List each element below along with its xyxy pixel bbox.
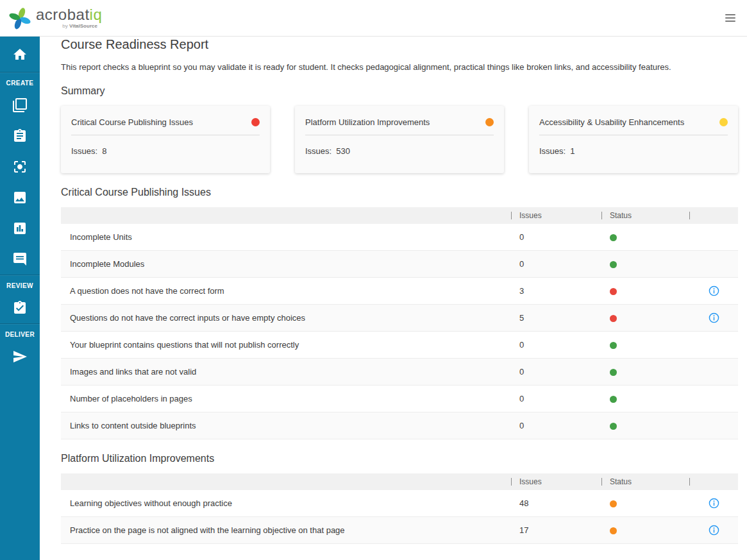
status-cell bbox=[601, 394, 689, 403]
column-header: Issues bbox=[519, 477, 542, 486]
issues-table: IssuesStatusIncomplete Units0Incomplete … bbox=[61, 207, 738, 439]
sidebar-group-review: REVIEW bbox=[0, 275, 40, 293]
info-cell bbox=[689, 525, 738, 536]
table-body: Incomplete Units0Incomplete Modules0A qu… bbox=[61, 224, 738, 439]
status-cell bbox=[601, 259, 689, 269]
column-divider bbox=[511, 212, 512, 219]
issue-count: 3 bbox=[511, 286, 601, 296]
info-icon[interactable] bbox=[709, 312, 719, 323]
status-dot bbox=[610, 500, 617, 507]
sidebar-item-assignments[interactable] bbox=[0, 121, 40, 151]
status-dot bbox=[610, 396, 617, 403]
table-row: Learning objectives without enough pract… bbox=[61, 490, 738, 517]
table-row: Your blueprint contains questions that w… bbox=[61, 332, 738, 359]
status-dot bbox=[485, 118, 494, 126]
pinwheel-logo-icon bbox=[6, 4, 33, 31]
sidebar-item-analytics[interactable] bbox=[0, 213, 40, 244]
issues-count: 530 bbox=[336, 146, 350, 156]
issue-count: 17 bbox=[511, 525, 601, 535]
brand-wordmark: acrobatiq by VitalSource bbox=[36, 7, 102, 29]
status-cell bbox=[601, 340, 689, 350]
column-header: Status bbox=[610, 211, 632, 220]
issue-count: 0 bbox=[511, 421, 601, 430]
acrobatiq-logo: acrobatiq by VitalSource bbox=[6, 4, 102, 31]
info-cell bbox=[689, 498, 738, 509]
sidebar-item-focus[interactable] bbox=[0, 151, 40, 182]
summary-card: Platform Utilization ImprovementsIssues:… bbox=[295, 106, 504, 173]
section-heading: Critical Course Publishing Issues bbox=[61, 186, 738, 198]
status-cell bbox=[601, 525, 689, 535]
status-cell bbox=[601, 286, 689, 296]
page-title: Course Readiness Report bbox=[61, 37, 738, 52]
card-divider bbox=[71, 135, 260, 135]
issue-label: A question does not have the correct for… bbox=[61, 286, 511, 296]
sidebar-item-comments[interactable] bbox=[0, 244, 40, 275]
issue-label: Learning objectives without enough pract… bbox=[61, 498, 511, 508]
column-divider bbox=[601, 212, 602, 219]
table-body: Learning objectives without enough pract… bbox=[61, 490, 738, 544]
info-icon[interactable] bbox=[709, 285, 719, 296]
summary-cards: Critical Course Publishing IssuesIssues:… bbox=[61, 106, 738, 173]
status-cell bbox=[601, 232, 689, 242]
status-dot bbox=[610, 527, 617, 534]
top-header: acrobatiq by VitalSource bbox=[0, 0, 747, 37]
issues-label: Issues: bbox=[305, 146, 332, 156]
issue-count: 0 bbox=[511, 259, 601, 269]
pages-icon bbox=[12, 98, 28, 113]
clipboard-check-icon bbox=[12, 300, 28, 316]
table-row: Links to content outside blueprints0 bbox=[61, 412, 738, 439]
menu-hamburger-icon[interactable] bbox=[725, 14, 735, 22]
sidebar-item-review-checklist[interactable] bbox=[0, 293, 40, 323]
status-dot bbox=[610, 423, 617, 430]
card-issues: Issues:530 bbox=[305, 146, 494, 156]
table-row: Incomplete Modules0 bbox=[61, 251, 738, 278]
status-dot bbox=[610, 369, 617, 376]
card-title: Accessibility & Usability Enhancements bbox=[539, 117, 684, 127]
sidebar-item-pages[interactable] bbox=[0, 90, 40, 121]
issue-label: Incomplete Units bbox=[61, 232, 511, 242]
column-header: Issues bbox=[519, 211, 542, 220]
sidebar-item-deliver[interactable] bbox=[0, 341, 40, 372]
card-issues: Issues:1 bbox=[539, 146, 728, 156]
table-header-row: IssuesStatus bbox=[61, 207, 738, 224]
issue-count: 5 bbox=[511, 313, 601, 323]
card-title: Platform Utilization Improvements bbox=[305, 117, 430, 127]
issue-count: 0 bbox=[511, 232, 601, 242]
page-description: This report checks a blueprint so you ma… bbox=[61, 62, 738, 72]
issue-label: Links to content outside blueprints bbox=[61, 421, 511, 430]
status-dot bbox=[610, 261, 617, 268]
info-cell bbox=[689, 285, 738, 296]
card-header: Critical Course Publishing Issues bbox=[71, 114, 260, 135]
home-icon bbox=[12, 47, 28, 62]
table-row: Images and links that are not valid0 bbox=[61, 359, 738, 386]
summary-card: Critical Course Publishing IssuesIssues:… bbox=[61, 106, 270, 173]
sidebar-item-media[interactable] bbox=[0, 182, 40, 213]
table-row: Questions do not have the correct inputs… bbox=[61, 305, 738, 332]
status-dot bbox=[251, 118, 260, 126]
sidebar-group-create: CREATE bbox=[0, 72, 40, 90]
card-title: Critical Course Publishing Issues bbox=[71, 117, 193, 127]
issue-label: Questions do not have the correct inputs… bbox=[61, 313, 511, 323]
card-header: Accessibility & Usability Enhancements bbox=[539, 114, 728, 135]
sidebar-nav: CREATE REVIEW DELIVER bbox=[0, 37, 40, 560]
issue-label: Your blueprint contains questions that w… bbox=[61, 340, 511, 350]
send-icon bbox=[12, 349, 28, 364]
status-dot bbox=[610, 342, 617, 349]
column-divider bbox=[689, 478, 690, 486]
card-header: Platform Utilization Improvements bbox=[305, 114, 494, 135]
table-header-row: IssuesStatus bbox=[61, 473, 738, 490]
issue-count: 0 bbox=[511, 394, 601, 403]
sidebar-item-home[interactable] bbox=[0, 37, 40, 72]
info-icon[interactable] bbox=[709, 525, 719, 536]
main-content: Course Readiness Report This report chec… bbox=[40, 37, 747, 544]
card-divider bbox=[305, 135, 494, 135]
section-heading: Platform Utilization Improvements bbox=[61, 452, 738, 464]
issue-label: Incomplete Modules bbox=[61, 259, 511, 269]
status-cell bbox=[601, 313, 689, 323]
info-icon[interactable] bbox=[709, 498, 719, 509]
status-dot bbox=[610, 234, 617, 241]
table-row: Number of placeholders in pages0 bbox=[61, 386, 738, 412]
summary-heading: Summary bbox=[61, 85, 738, 97]
issue-label: Number of placeholders in pages bbox=[61, 394, 511, 403]
issues-count: 1 bbox=[570, 146, 575, 156]
